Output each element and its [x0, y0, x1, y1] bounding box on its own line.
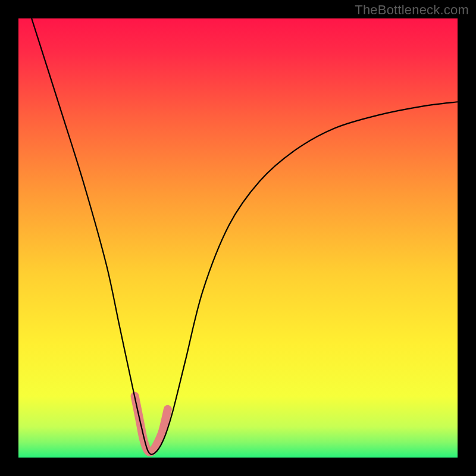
plot-area	[18, 18, 458, 458]
highlight-u-segment	[135, 396, 168, 452]
bottleneck-curve	[32, 18, 458, 455]
watermark-text: TheBottleneck.com	[355, 2, 469, 18]
curve-layer	[18, 18, 458, 458]
